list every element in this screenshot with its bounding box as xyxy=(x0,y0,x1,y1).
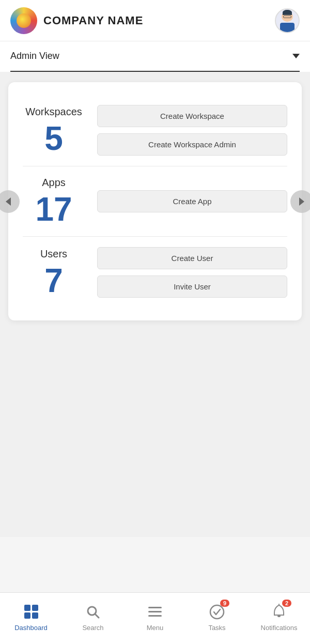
svg-point-2 xyxy=(210,605,224,619)
tasks-nav-icon: 9 xyxy=(208,603,226,621)
logo-inner xyxy=(17,13,31,28)
avatar-head xyxy=(282,11,293,22)
menu-line-2 xyxy=(148,611,162,612)
chevron-down-icon xyxy=(292,54,300,58)
apps-count: 17 xyxy=(35,193,72,226)
company-name-label: COMPANY NAME xyxy=(43,14,143,27)
main-content: Workspaces 5 Create Workspace Create Wor… xyxy=(0,72,310,537)
menu-line-3 xyxy=(148,615,162,617)
menu-line-1 xyxy=(148,607,162,608)
create-workspace-admin-button[interactable]: Create Workspace Admin xyxy=(97,133,287,156)
next-arrow-button[interactable] xyxy=(290,190,310,213)
nav-item-search[interactable]: Search xyxy=(72,603,114,632)
nav-item-tasks[interactable]: 9 Tasks xyxy=(196,603,238,632)
workspaces-buttons: Create Workspace Create Workspace Admin xyxy=(97,105,287,156)
dashboard-icon xyxy=(22,603,40,621)
nav-item-menu[interactable]: Menu xyxy=(134,603,176,632)
nav-menu-label: Menu xyxy=(147,624,164,632)
header-brand: COMPANY NAME xyxy=(10,7,143,34)
user-avatar[interactable] xyxy=(275,8,300,33)
view-selector-label: Admin View xyxy=(10,51,59,62)
apps-title: Apps xyxy=(42,177,66,189)
hamburger-icon xyxy=(148,607,162,617)
apps-info: Apps 17 xyxy=(23,177,85,226)
tasks-badge: 9 xyxy=(220,600,229,607)
users-buttons: Create User Invite User xyxy=(97,247,287,298)
app-header: COMPANY NAME xyxy=(0,0,310,41)
svg-rect-3 xyxy=(277,615,281,617)
nav-item-notifications[interactable]: 2 Notifications xyxy=(258,603,300,632)
grid-cell-3 xyxy=(24,612,30,619)
workspaces-title: Workspaces xyxy=(25,106,82,118)
users-section: Users 7 Create User Invite User xyxy=(23,237,287,308)
grid-cell-2 xyxy=(32,605,38,611)
search-nav-icon xyxy=(84,603,102,621)
users-info: Users 7 xyxy=(23,248,85,297)
notifications-badge: 2 xyxy=(282,600,291,607)
notifications-nav-icon: 2 xyxy=(270,603,288,621)
dashboard-card-wrapper: Workspaces 5 Create Workspace Create Wor… xyxy=(8,82,302,320)
create-workspace-button[interactable]: Create Workspace xyxy=(97,105,287,127)
workspaces-info: Workspaces 5 xyxy=(23,106,85,155)
avatar-glasses xyxy=(283,16,291,18)
grid-cell-1 xyxy=(24,605,30,611)
avatar-body xyxy=(280,23,295,32)
menu-nav-icon xyxy=(146,603,164,621)
create-user-button[interactable]: Create User xyxy=(97,247,287,269)
users-count: 7 xyxy=(44,264,63,297)
workspaces-count: 5 xyxy=(44,122,63,155)
avatar-figure xyxy=(278,11,297,32)
nav-notifications-label: Notifications xyxy=(261,624,298,632)
dashboard-grid-icon xyxy=(24,605,38,619)
nav-item-dashboard[interactable]: Dashboard xyxy=(10,603,52,632)
right-arrow-icon xyxy=(299,197,304,206)
nav-dashboard-label: Dashboard xyxy=(14,624,48,632)
view-selector-wrap: Admin View xyxy=(0,41,310,72)
nav-tasks-label: Tasks xyxy=(208,624,225,632)
left-arrow-icon xyxy=(6,197,11,206)
nav-search-label: Search xyxy=(82,624,103,632)
svg-line-1 xyxy=(95,614,99,618)
search-icon-svg xyxy=(86,605,100,619)
users-title: Users xyxy=(40,248,67,260)
dashboard-card: Workspaces 5 Create Workspace Create Wor… xyxy=(8,82,302,320)
create-app-button[interactable]: Create App xyxy=(97,190,287,212)
view-selector-dropdown[interactable]: Admin View xyxy=(10,41,300,72)
apps-buttons: Create App xyxy=(97,190,287,212)
bottom-navigation: Dashboard Search Menu 9 xyxy=(0,592,310,644)
workspaces-section: Workspaces 5 Create Workspace Create Wor… xyxy=(23,95,287,166)
invite-user-button[interactable]: Invite User xyxy=(97,275,287,298)
avatar-hair xyxy=(283,10,292,15)
grid-cell-4 xyxy=(32,612,38,619)
company-logo xyxy=(10,7,37,34)
apps-section: Apps 17 Create App xyxy=(23,166,287,237)
